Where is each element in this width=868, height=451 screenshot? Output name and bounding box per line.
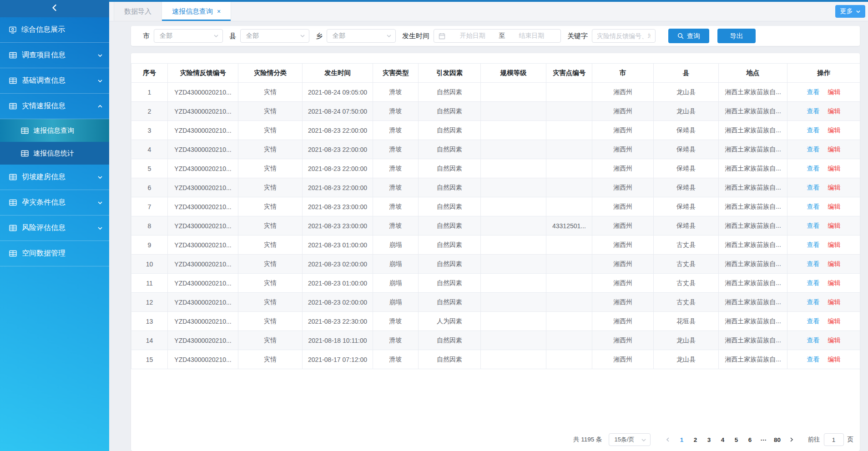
cell-city: 湘西州 [592,140,654,159]
page-number[interactable]: 5 [730,436,743,443]
page-number[interactable]: 3 [702,436,716,443]
cell-county: 古丈县 [654,274,719,293]
edit-link[interactable]: 编辑 [828,203,841,210]
edit-link[interactable]: 编辑 [828,88,841,95]
view-link[interactable]: 查看 [807,260,820,267]
city-select[interactable]: 全部 [154,29,223,43]
close-tab-icon[interactable]: × [217,8,221,15]
cell-disaster-type: 崩塌 [373,293,419,312]
cell-feedback-id: YZD43000020210... [168,293,238,312]
cell-category: 灾情 [238,236,303,255]
table-icon [9,174,17,180]
goto-page-input[interactable] [824,433,844,446]
table-row: 7YZD43000020210...灾情2021-08-23 23:00:00滑… [131,197,860,216]
view-link[interactable]: 查看 [807,279,820,286]
edit-link[interactable]: 编辑 [828,107,841,115]
cell-actions: 查看编辑 [787,312,860,331]
sidebar-item[interactable]: 综合信息展示 [0,17,109,43]
table-row: 13YZD43000020210...灾情2021-08-23 22:30:00… [131,312,860,331]
edit-link[interactable]: 编辑 [828,260,841,267]
sidebar-collapse-button[interactable] [0,0,109,17]
cell-feedback-id: YZD43000020210... [168,312,238,331]
sidebar-item[interactable]: 灾情速报信息 [0,94,109,119]
edit-link[interactable]: 编辑 [828,145,841,153]
cell-trigger-factor: 自然因素 [419,121,481,140]
cell-category: 灾情 [238,331,303,350]
edit-link[interactable]: 编辑 [828,165,841,172]
cell-point-id [546,255,592,274]
end-date-placeholder[interactable]: 结束日期 [507,32,556,40]
page-number[interactable]: 4 [716,436,730,443]
town-select[interactable]: 全部 [327,29,396,43]
sidebar-subitem[interactable]: 速报信息统计 [0,142,109,165]
cell-index: 9 [131,236,168,255]
view-link[interactable]: 查看 [807,145,820,153]
cell-occur-time: 2021-08-24 07:50:00 [303,102,373,121]
view-link[interactable]: 查看 [807,184,820,191]
cell-scale-level [481,197,546,216]
edit-link[interactable]: 编辑 [828,298,841,306]
export-button[interactable]: 导出 [717,29,756,43]
cell-city: 湘西州 [592,159,654,178]
edit-link[interactable]: 编辑 [828,356,841,363]
page-number[interactable]: 80 [771,436,784,443]
search-button[interactable]: 查询 [668,29,709,43]
tab-report-query[interactable]: 速报信息查询 × [162,2,231,21]
cell-county: 龙山县 [654,102,719,121]
view-link[interactable]: 查看 [807,241,820,248]
page-number[interactable]: 2 [689,436,702,443]
more-button[interactable]: 更多 [835,5,865,18]
edit-link[interactable]: 编辑 [828,126,841,134]
table-row: 8YZD43000020210...灾情2021-08-23 23:00:00滑… [131,216,860,236]
view-link[interactable]: 查看 [807,317,820,325]
prev-page-button[interactable] [661,437,675,442]
edit-link[interactable]: 编辑 [828,184,841,191]
sidebar-item[interactable]: 孕灾条件信息 [0,190,109,215]
cell-county: 古丈县 [654,255,719,274]
cell-city: 湘西州 [592,121,654,140]
pagination: 共 1195 条 15条/页 123456···80 前往 [573,432,853,447]
cell-location: 湘西土家族苗族自... [719,331,787,350]
cell-index: 2 [131,102,168,121]
edit-link[interactable]: 编辑 [828,279,841,286]
view-link[interactable]: 查看 [807,165,820,172]
county-label: 县 [229,32,236,40]
view-link[interactable]: 查看 [807,222,820,229]
county-select[interactable]: 全部 [240,29,309,43]
sidebar-item[interactable]: 基础调查信息 [0,68,109,94]
sidebar-subitem[interactable]: 速报信息查询 [0,119,109,142]
sidebar-item[interactable]: 风险评估信息 [0,215,109,241]
page-ellipsis[interactable]: ··· [757,436,771,443]
view-link[interactable]: 查看 [807,356,820,363]
cell-feedback-id: YZD43000020210... [168,197,238,216]
cell-occur-time: 2021-08-23 01:00:00 [303,274,373,293]
view-link[interactable]: 查看 [807,88,820,95]
edit-link[interactable]: 编辑 [828,222,841,229]
sidebar-item[interactable]: 空间数据管理 [0,241,109,266]
page-size-select[interactable]: 15条/页 [609,433,651,446]
page-number[interactable]: 6 [743,436,757,443]
edit-link[interactable]: 编辑 [828,241,841,248]
sidebar-item[interactable]: 切坡建房信息 [0,165,109,190]
cell-index: 8 [131,216,168,236]
edit-link[interactable]: 编辑 [828,317,841,325]
view-link[interactable]: 查看 [807,107,820,115]
tab-data-import[interactable]: 数据导入 [114,2,162,21]
date-range-picker[interactable]: 开始日期 至 结束日期 [434,29,561,43]
view-link[interactable]: 查看 [807,336,820,344]
view-link[interactable]: 查看 [807,126,820,134]
start-date-placeholder[interactable]: 开始日期 [448,32,497,40]
sidebar-submenu: 速报信息查询速报信息统计 [0,119,109,165]
next-page-button[interactable] [784,437,799,442]
chevron-down-icon [213,33,219,39]
edit-link[interactable]: 编辑 [828,336,841,344]
view-link[interactable]: 查看 [807,298,820,306]
sidebar-item[interactable]: 调查项目信息 [0,43,109,68]
chevron-down-icon [97,78,103,84]
page-number[interactable]: 1 [675,436,689,443]
cell-city: 湘西州 [592,216,654,236]
cell-occur-time: 2021-08-23 22:00:00 [303,140,373,159]
keyword-input[interactable] [592,29,656,43]
cell-actions: 查看编辑 [787,121,860,140]
view-link[interactable]: 查看 [807,203,820,210]
